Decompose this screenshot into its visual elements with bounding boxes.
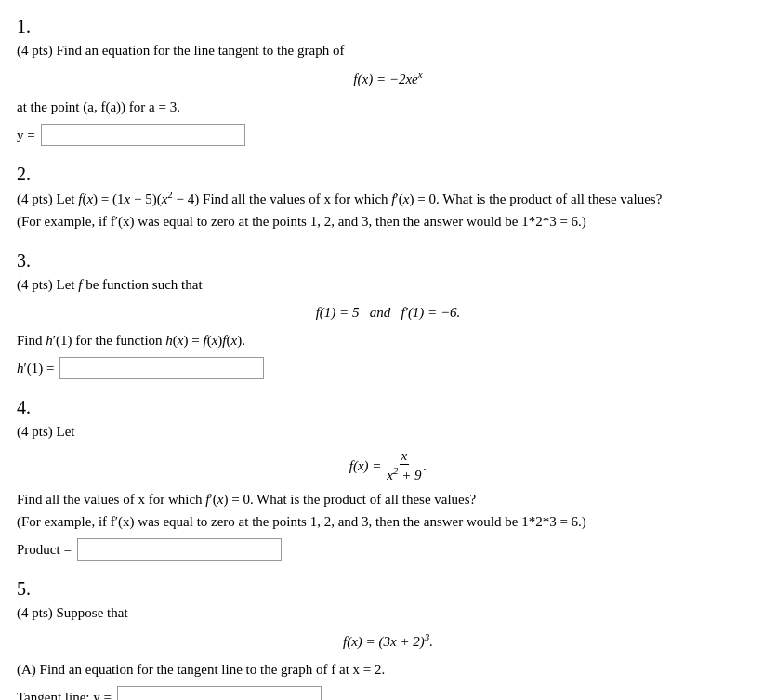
fraction-numer: x (400, 448, 410, 465)
problem-5-number: 5. (17, 577, 759, 600)
condition1: f(1) = 5 (316, 301, 360, 324)
problem-4: 4. (4 pts) Let f(x) = x x2 + 9 . Find al… (17, 396, 759, 561)
number-label: 5. (17, 578, 31, 599)
problem-5-body: (4 pts) Suppose that f(x) = (3x + 2)3. (… (17, 601, 759, 680)
pts-label: (4 pts) (17, 424, 53, 439)
note-text: (For example, if f′(x) was equal to zero… (17, 510, 759, 533)
problem-3-input[interactable] (59, 357, 264, 379)
problem-2-body: (4 pts) Let f(x) = (1x − 5)(x2 − 4) Find… (17, 187, 759, 232)
exponent-3: 3 (425, 631, 430, 642)
problem-4-function: f(x) = x x2 + 9 . (17, 448, 759, 482)
problem-4-answer-row: Product = (17, 538, 759, 561)
problem-1-input[interactable] (41, 124, 245, 146)
problem-4-number: 4. (17, 396, 759, 418)
at-point-text: at the point (a, f(a)) for a = 3. (17, 96, 759, 118)
y-equals-label: y = (17, 127, 35, 143)
problem-1-function: f(x) = −2xex (17, 67, 759, 90)
number-label: 2. (17, 164, 31, 184)
problem-3-number: 3. (17, 249, 759, 271)
problem-1-body: (4 pts) Find an equation for the line ta… (17, 39, 759, 118)
problem-1-answer-row: y = (17, 124, 759, 146)
part-a-label: (A) Find an equation for the tangent lin… (17, 658, 759, 680)
h-prime-label: h′(1) = (17, 361, 54, 376)
description-text: Find an equation for the line tangent to… (57, 43, 345, 58)
find-h-text: Find h′(1) for the function h(x) = f(x)f… (17, 329, 759, 351)
problem-5-function: f(x) = (3x + 2)3. (17, 629, 759, 653)
problem-3-body: (4 pts) Let f be function such that f(1)… (17, 273, 759, 351)
condition2: f′(1) = −6. (401, 301, 460, 324)
pts-label: (4 pts) (17, 43, 53, 58)
pts-label: (4 pts) (17, 277, 53, 292)
problem-4-body: (4 pts) Let f(x) = x x2 + 9 . Find all t… (17, 420, 759, 533)
problem-2: 2. (4 pts) Let f(x) = (1x − 5)(x2 − 4) F… (17, 163, 759, 232)
problem-2-number: 2. (17, 163, 759, 185)
fraction-display: x x2 + 9 (385, 448, 423, 482)
pts-label: (4 pts) (17, 192, 53, 206)
find-text: Find all the values of x for which f′(x)… (17, 488, 759, 510)
pts-label: (4 pts) (17, 605, 53, 620)
note-text: (For example, if f′(x) was equal to zero… (17, 214, 586, 229)
problem-5: 5. (4 pts) Suppose that f(x) = (3x + 2)3… (17, 577, 759, 700)
problem-3-conditions: f(1) = 5 and f′(1) = −6. (17, 301, 759, 324)
and-word: and (370, 301, 391, 324)
number-label: 4. (17, 397, 31, 417)
number-label: 3. (17, 250, 31, 271)
problem-5-tangent-input[interactable] (117, 686, 322, 700)
number-label: 1. (17, 16, 31, 36)
problem-5-tangent-row: Tangent line: y = (17, 686, 759, 700)
tangent-label: Tangent line: y = (17, 690, 112, 701)
problem-4-input[interactable] (77, 538, 282, 561)
problem-3-answer-row: h′(1) = (17, 357, 759, 379)
exponent-x: x (418, 69, 423, 80)
problem-1-number: 1. (17, 15, 759, 37)
problem-1: 1. (4 pts) Find an equation for the line… (17, 15, 759, 146)
fraction-denom: x2 + 9 (385, 465, 423, 483)
product-label: Product = (17, 542, 72, 558)
problem-3: 3. (4 pts) Let f be function such that f… (17, 249, 759, 379)
